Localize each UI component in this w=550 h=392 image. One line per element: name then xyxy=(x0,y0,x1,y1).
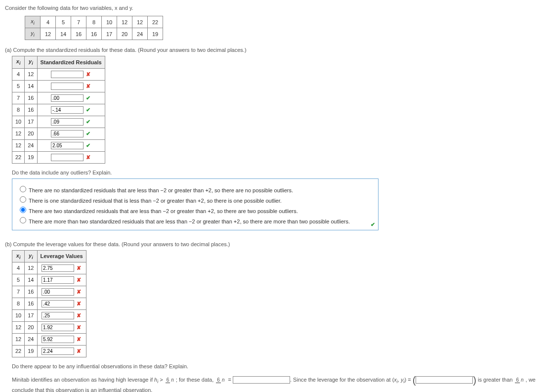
mc-option-label: There are no standardized residuals that… xyxy=(29,187,293,193)
check-icon: ✔ xyxy=(85,119,91,125)
cross-icon: ✘ xyxy=(76,348,82,354)
col-leverage: Leverage Values xyxy=(37,250,86,262)
row-label: yi xyxy=(25,28,41,40)
residual-input[interactable] xyxy=(51,106,84,114)
part-a-subquestion: Do the data include any outliers? Explai… xyxy=(12,170,545,175)
cross-icon: ✘ xyxy=(76,265,82,271)
table-row: 716✔ xyxy=(12,92,105,104)
residual-input[interactable] xyxy=(51,118,84,126)
leverage-input[interactable] xyxy=(42,336,74,343)
leverage-input[interactable] xyxy=(42,300,74,307)
cross-icon: ✘ xyxy=(85,71,91,78)
cross-icon: ✘ xyxy=(76,324,82,331)
table-row: 1017✔ xyxy=(12,116,105,128)
table-row: 1017✘ xyxy=(12,309,86,321)
col-xi: xi xyxy=(12,250,25,262)
check-icon: ✔ xyxy=(85,131,91,137)
table-row: 412✘ xyxy=(12,68,105,80)
observation-input[interactable] xyxy=(416,376,473,384)
mc-option-label: There is one standardized residual that … xyxy=(29,198,282,204)
table-row: 514✘ xyxy=(12,274,86,286)
table-row: xi 4 5 7 8 10 12 12 22 xyxy=(25,16,163,28)
col-xi: xi xyxy=(12,56,25,68)
part-b-subquestion: Do there appear to be any influential ob… xyxy=(12,363,545,369)
table-row: yi 12 14 16 16 17 20 24 19 xyxy=(25,28,163,40)
check-icon: ✔ xyxy=(85,107,91,113)
mc-radio-0[interactable] xyxy=(20,186,26,192)
residuals-table: xi yi Standardized Residuals 412✘ 514✘ 7… xyxy=(12,56,105,163)
col-residuals: Standardized Residuals xyxy=(37,56,105,68)
residual-input[interactable] xyxy=(51,130,84,137)
col-yi: yi xyxy=(25,250,37,262)
col-yi: yi xyxy=(25,56,37,68)
check-icon: ✔ xyxy=(85,142,91,149)
residual-input[interactable] xyxy=(51,154,84,161)
table-row: 1220✔ xyxy=(12,128,105,139)
mc-radio-3[interactable] xyxy=(20,217,26,223)
table-row: 2219✘ xyxy=(12,151,105,163)
xy-data-table: xi 4 5 7 8 10 12 12 22 yi 12 14 16 16 17… xyxy=(25,16,163,40)
part-a-label: (a) Compute the standardized residuals f… xyxy=(5,47,545,53)
six-over-n-input[interactable] xyxy=(233,376,290,384)
residual-input[interactable] xyxy=(51,142,84,149)
cross-icon: ✘ xyxy=(76,289,82,295)
table-row: 412✘ xyxy=(12,262,86,274)
part-b-label: (b) Compute the leverage values for thes… xyxy=(5,241,545,247)
mc-box: There are no standardized residuals that… xyxy=(12,178,379,230)
table-row: 1224✘ xyxy=(12,333,86,345)
leverage-input[interactable] xyxy=(42,288,74,296)
influential-sentence: Minitab identifies an observation as hav… xyxy=(12,375,545,392)
residual-input[interactable] xyxy=(51,83,84,90)
cross-icon: ✘ xyxy=(76,312,82,319)
leverage-input[interactable] xyxy=(42,348,74,355)
leverage-table: xi yi Leverage Values 412✘ 514✘ 716✘ 816… xyxy=(12,250,86,357)
residual-input[interactable] xyxy=(51,71,84,78)
leverage-input[interactable] xyxy=(42,276,74,284)
cross-icon: ✘ xyxy=(85,154,91,161)
intro-text: Consider the following data for two vari… xyxy=(5,5,545,11)
table-row: 1220✘ xyxy=(12,321,86,333)
table-row: 2219✘ xyxy=(12,345,86,357)
mc-option-label: There are more than two standardized res… xyxy=(29,218,350,224)
cross-icon: ✘ xyxy=(76,277,82,283)
cross-icon: ✘ xyxy=(85,83,91,89)
check-icon: ✔ xyxy=(85,95,91,101)
mc-radio-2[interactable] xyxy=(20,207,26,213)
leverage-input[interactable] xyxy=(42,324,74,331)
table-row: 716✘ xyxy=(12,286,86,298)
check-icon: ✔ xyxy=(371,221,375,228)
row-label: xi xyxy=(25,16,41,28)
cross-icon: ✘ xyxy=(76,301,82,307)
residual-input[interactable] xyxy=(51,94,84,102)
table-row: 816✘ xyxy=(12,298,86,309)
leverage-input[interactable] xyxy=(42,264,74,272)
table-row: 816✔ xyxy=(12,104,105,116)
mc-radio-1[interactable] xyxy=(20,196,26,203)
cross-icon: ✘ xyxy=(76,336,82,343)
mc-option-label: There are two standardized residuals tha… xyxy=(29,208,298,214)
leverage-input[interactable] xyxy=(42,312,74,319)
table-row: 514✘ xyxy=(12,80,105,92)
table-row: 1224✔ xyxy=(12,139,105,151)
